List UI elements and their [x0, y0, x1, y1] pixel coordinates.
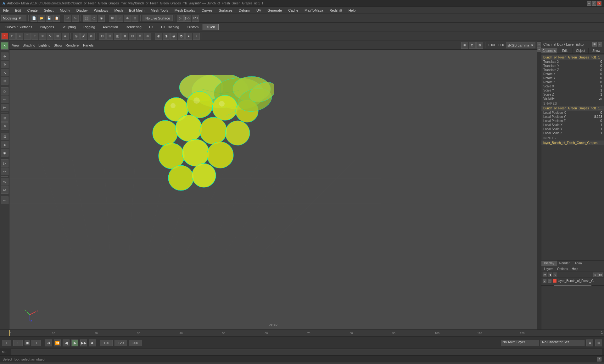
menu-edit[interactable]: Edit — [14, 8, 22, 13]
icon-rotate[interactable]: ↻ — [39, 33, 46, 40]
layer-v[interactable]: V — [543, 279, 546, 283]
vp-view[interactable]: View — [11, 43, 21, 48]
timeline-ruler[interactable]: 1 10 20 30 40 50 60 70 80 90 100 110 120… — [0, 330, 604, 337]
rmini-btn2[interactable]: ▼ — [537, 47, 541, 52]
layer-name[interactable]: layer_Bunch_of_Fresh_G — [558, 279, 594, 283]
dt-tab-render[interactable]: Render — [557, 261, 572, 266]
tab-animation[interactable]: Animation — [99, 24, 121, 30]
icon-render1[interactable]: ◐ — [155, 33, 162, 40]
vp-lighting[interactable]: Lighting — [37, 43, 52, 48]
layer-scroll-thumb[interactable] — [554, 285, 591, 286]
menu-maxtomaya[interactable]: MaxToMaya — [303, 8, 324, 13]
restore-button[interactable]: □ — [592, 1, 596, 6]
cb-tab-edit[interactable]: Edit — [557, 48, 573, 53]
checkbox-1[interactable]: ▣ — [25, 340, 30, 345]
paint-tool[interactable]: ✏ — [1, 96, 8, 103]
icon-render6[interactable]: ○ — [193, 33, 200, 40]
script-editor[interactable]: SE — [1, 168, 8, 175]
icon-snap6[interactable]: ⊕ — [137, 33, 143, 40]
redo-btn[interactable]: ↪ — [72, 15, 79, 22]
icon-render4[interactable]: ◓ — [178, 33, 185, 40]
menu-generate[interactable]: Generate — [266, 8, 283, 13]
icon-component[interactable]: ◈ — [62, 33, 69, 40]
soft-select[interactable]: ◌ — [1, 87, 8, 95]
start-frame-input[interactable] — [2, 340, 11, 346]
viewport[interactable]: View Shading Lighting Show Renderer Pane… — [9, 41, 537, 329]
cb-btn1[interactable]: ⊞ — [592, 42, 597, 47]
vp-panels[interactable]: Panels — [82, 43, 95, 48]
pb-prev-frame[interactable]: ◀ — [63, 339, 70, 346]
icon-home[interactable]: ⌂ — [1, 33, 8, 40]
icon-snap5[interactable]: ⊟ — [129, 33, 136, 40]
end-frame-input[interactable] — [100, 340, 113, 346]
rmini-btn1[interactable]: ▲ — [537, 42, 541, 47]
icon-transform[interactable]: ⊞ — [54, 33, 61, 40]
tab-polygons[interactable]: Polygons — [36, 24, 57, 30]
vp-renderer[interactable]: Renderer — [64, 43, 81, 48]
menu-surfaces[interactable]: Surfaces — [218, 8, 234, 13]
cb-row-tx[interactable]: Translate X 0 — [541, 60, 604, 64]
tab-rendering[interactable]: Rendering — [122, 24, 145, 30]
cb-tab-object[interactable]: Object — [573, 48, 589, 53]
dn-btn-next[interactable]: ▷ — [593, 273, 598, 277]
icon-history[interactable]: ⊛ — [88, 33, 95, 40]
tab-fx[interactable]: FX — [146, 24, 157, 30]
snap-curve-btn[interactable]: ⌇ — [116, 15, 123, 22]
gamma-dropdown[interactable]: sRGB gamma ▼ — [506, 42, 535, 48]
render-seq-btn[interactable]: ▷▷ — [184, 15, 191, 22]
menu-curves[interactable]: Curves — [200, 8, 214, 13]
cb-row-sy[interactable]: Scale Y 1 — [541, 88, 604, 92]
cb-row-ty[interactable]: Translate Y 0 — [541, 64, 604, 68]
icon-soft[interactable]: ◎ — [73, 33, 80, 40]
cb-row-ry[interactable]: Rotate Y 0 — [541, 76, 604, 80]
icon-render3[interactable]: ◒ — [170, 33, 177, 40]
isolate[interactable]: ◈ — [1, 141, 8, 148]
menu-select[interactable]: Select — [43, 8, 55, 13]
cmd-input[interactable] — [11, 350, 602, 355]
snap-point-btn[interactable]: ⊕ — [124, 15, 131, 22]
snap-grid[interactable]: ⊞ — [1, 114, 8, 122]
status-help-btn[interactable]: ? — [597, 357, 601, 361]
input-name[interactable]: layer_Bunch_of_Fresh_Green_Grapes — [541, 141, 604, 145]
more-tools[interactable]: ⋯ — [1, 196, 8, 204]
shape-row-lpy[interactable]: Local Position Y 8.193 — [541, 115, 604, 119]
cb-row-vis[interactable]: Visibility on — [541, 97, 604, 101]
tab-rigging[interactable]: Rigging — [80, 24, 98, 30]
measure-tool[interactable]: ⊢ — [1, 104, 8, 111]
select-tool[interactable]: ↖ — [1, 42, 8, 50]
pb-go-start[interactable]: ⏮ — [45, 339, 52, 346]
lasso-btn[interactable]: ◌ — [90, 15, 97, 22]
vp-btn3[interactable]: ⊟ — [476, 42, 483, 49]
select-btn[interactable]: ⬚ — [83, 15, 90, 22]
cb-row-tz[interactable]: Translate Z 0 — [541, 68, 604, 72]
start-frame-input2[interactable] — [13, 340, 23, 346]
no-live-surface-btn[interactable]: No Live Surface — [143, 15, 173, 21]
shape-row-lsy[interactable]: Local Scale Y 1 — [541, 127, 604, 131]
menu-windows[interactable]: Windows — [93, 8, 109, 13]
icon-sphere[interactable]: ○ — [16, 33, 23, 40]
title-bar-controls[interactable]: ─ □ ✕ — [587, 1, 601, 6]
ipr-btn[interactable]: IPR — [192, 15, 199, 22]
timeline-cursor[interactable] — [9, 330, 10, 337]
pb-next-frame[interactable]: ▶▶ — [80, 339, 87, 346]
shape-row-lpx[interactable]: Local Position X 0 — [541, 111, 604, 115]
icon-move[interactable]: ✛ — [31, 33, 38, 40]
new-scene-btn[interactable]: 📄 — [31, 15, 37, 22]
open-scene-btn[interactable]: 📂 — [38, 15, 45, 22]
scale-tool[interactable]: ⤡ — [1, 69, 8, 76]
icon-cube[interactable]: □ — [9, 33, 16, 40]
layers-btn[interactable]: LA — [1, 186, 8, 194]
tab-xgen[interactable]: XGen — [203, 24, 218, 30]
shape-row-lsz[interactable]: Local Scale Z 1 — [541, 131, 604, 135]
dst-options[interactable]: Options — [556, 267, 569, 271]
icon-curve[interactable]: ⌒ — [24, 33, 31, 40]
vp-btn1[interactable]: ⊞ — [461, 42, 468, 49]
cb-row-sx[interactable]: Scale X 1 — [541, 84, 604, 88]
menu-mesh-tools[interactable]: Mesh Tools — [149, 8, 169, 13]
show-hide[interactable]: ◉ — [1, 149, 8, 157]
xgen-btn[interactable]: XG — [1, 178, 8, 185]
tab-custom[interactable]: Custom — [183, 24, 202, 30]
tab-sculpting[interactable]: Sculpting — [58, 24, 79, 30]
move-tool[interactable]: ✛ — [1, 52, 8, 60]
dt-tab-anim[interactable]: Anim — [572, 261, 584, 266]
